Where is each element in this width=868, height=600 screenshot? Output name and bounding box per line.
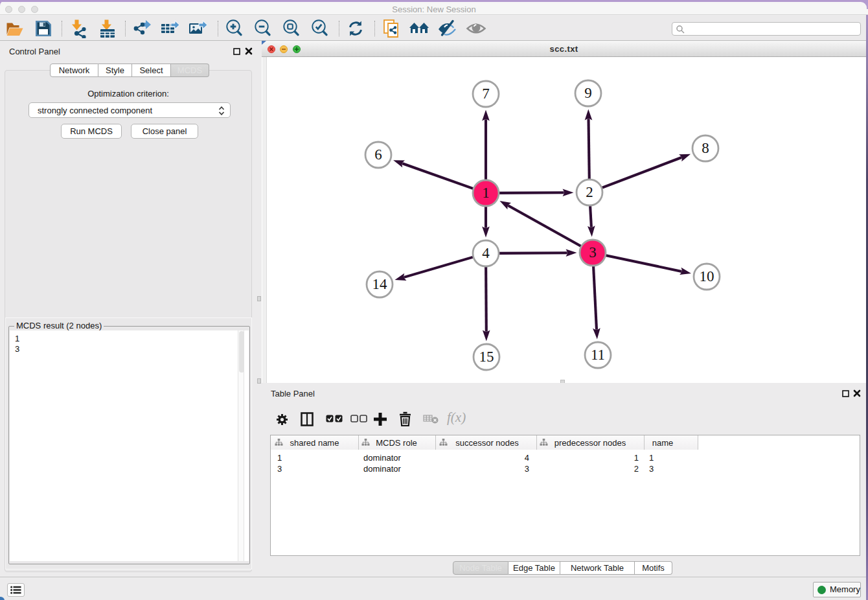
svg-text:6: 6: [374, 146, 382, 163]
svg-text:3: 3: [589, 244, 597, 260]
svg-text:4: 4: [482, 245, 490, 261]
svg-text:8: 8: [702, 140, 709, 156]
svg-text:14: 14: [372, 276, 388, 292]
svg-text:11: 11: [591, 347, 605, 363]
svg-text:15: 15: [479, 349, 494, 365]
svg-text:2: 2: [586, 184, 593, 200]
svg-text:9: 9: [584, 85, 592, 101]
svg-text:1: 1: [482, 185, 490, 201]
svg-text:10: 10: [700, 268, 714, 284]
svg-text:7: 7: [482, 86, 490, 102]
